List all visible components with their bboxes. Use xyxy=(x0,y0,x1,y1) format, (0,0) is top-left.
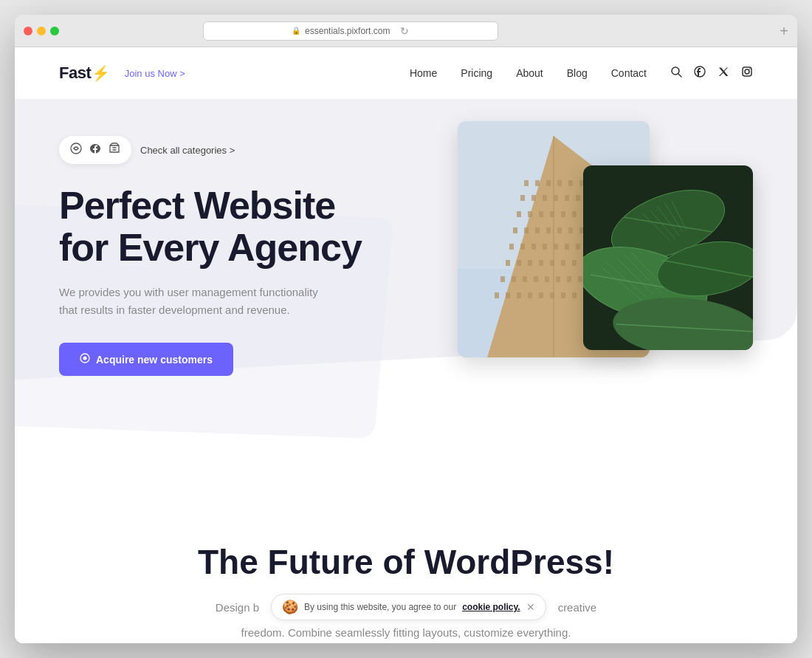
svg-rect-38 xyxy=(546,227,551,233)
svg-rect-35 xyxy=(513,227,517,233)
svg-rect-40 xyxy=(568,227,573,233)
cookie-text: By using this website, you agree to our xyxy=(304,602,456,612)
cookie-icon: 🍪 xyxy=(282,599,298,615)
browser-window: 🔒 essentials.pixfort.com ↻ + Fast⚡ Join … xyxy=(15,15,797,643)
svg-rect-50 xyxy=(576,244,580,250)
svg-rect-17 xyxy=(557,180,562,186)
svg-rect-22 xyxy=(543,195,547,201)
cta-icon xyxy=(80,353,90,366)
svg-rect-80 xyxy=(528,292,532,298)
minimize-button[interactable] xyxy=(37,27,46,35)
cookie-policy-link[interactable]: cookie policy. xyxy=(462,602,520,612)
bottom-subtitle-row: Design b 🍪 By using this website, you ag… xyxy=(59,594,753,620)
svg-rect-37 xyxy=(535,227,540,233)
hero-images xyxy=(458,121,753,402)
lock-icon: 🔒 xyxy=(292,27,300,35)
svg-rect-14 xyxy=(524,180,529,186)
svg-rect-47 xyxy=(543,244,547,250)
svg-rect-54 xyxy=(506,260,510,266)
svg-point-6 xyxy=(71,143,81,154)
bottom-section: The Future of WordPress! Design b 🍪 By u… xyxy=(15,513,797,643)
svg-rect-55 xyxy=(517,260,521,266)
svg-rect-46 xyxy=(531,244,536,250)
svg-rect-45 xyxy=(520,244,525,250)
svg-rect-28 xyxy=(528,211,532,217)
svg-point-10 xyxy=(83,357,87,360)
website-content: Fast⚡ Join us Now > Home Pricing About B… xyxy=(15,47,797,643)
hero-left: Check all categories > Perfect Website f… xyxy=(59,121,413,376)
twitter-icon[interactable] xyxy=(718,66,729,80)
svg-rect-25 xyxy=(576,195,580,201)
traffic-lights xyxy=(24,27,59,35)
logo-text: Fast xyxy=(59,64,91,83)
svg-rect-71 xyxy=(567,276,571,282)
svg-line-1 xyxy=(678,74,681,77)
hero-title-line1: Perfect Website xyxy=(59,184,335,227)
svg-point-5 xyxy=(749,69,751,70)
logo-bolt: ⚡ xyxy=(92,64,110,82)
hero-content: Check all categories > Perfect Website f… xyxy=(59,121,753,402)
category-icon-3 xyxy=(108,142,121,158)
svg-rect-32 xyxy=(572,211,577,217)
facebook-icon[interactable] xyxy=(694,66,706,80)
leaves-image xyxy=(583,165,753,350)
svg-rect-83 xyxy=(561,292,565,298)
svg-rect-66 xyxy=(512,276,516,282)
nav-contact[interactable]: Contact xyxy=(611,67,647,79)
nav-pricing[interactable]: Pricing xyxy=(461,67,492,79)
instagram-icon[interactable] xyxy=(741,66,753,80)
nav-icons xyxy=(670,66,753,80)
svg-rect-72 xyxy=(578,276,582,282)
svg-rect-24 xyxy=(565,195,569,201)
svg-rect-56 xyxy=(528,260,532,266)
svg-rect-31 xyxy=(561,211,565,217)
svg-rect-67 xyxy=(523,276,527,282)
svg-rect-57 xyxy=(539,260,543,266)
cookie-close-button[interactable]: ✕ xyxy=(526,601,535,613)
svg-rect-77 xyxy=(495,292,499,298)
categories-row: Check all categories > xyxy=(59,136,413,164)
refresh-icon[interactable]: ↻ xyxy=(400,25,409,37)
svg-point-4 xyxy=(745,69,749,74)
cta-button[interactable]: Acquire new customers xyxy=(59,343,233,376)
logo[interactable]: Fast⚡ xyxy=(59,64,110,83)
browser-toolbar: 🔒 essentials.pixfort.com ↻ + xyxy=(15,15,797,47)
category-icons-group xyxy=(59,136,131,164)
nav-about[interactable]: About xyxy=(516,67,543,79)
cta-label: Acquire new customers xyxy=(96,354,213,366)
design-by-text: Design b xyxy=(216,601,259,614)
nav-blog[interactable]: Blog xyxy=(567,67,588,79)
svg-rect-36 xyxy=(524,227,529,233)
svg-rect-20 xyxy=(520,195,525,201)
category-icon-1 xyxy=(69,142,83,158)
category-icon-2 xyxy=(89,142,102,158)
svg-rect-29 xyxy=(539,211,543,217)
hero-subtitle: We provides you with user management fun… xyxy=(59,284,325,319)
address-bar[interactable]: 🔒 essentials.pixfort.com ↻ xyxy=(203,21,498,41)
close-button[interactable] xyxy=(24,27,32,35)
svg-rect-15 xyxy=(535,180,540,186)
svg-rect-81 xyxy=(539,292,543,298)
svg-rect-60 xyxy=(572,260,577,266)
new-tab-button[interactable]: + xyxy=(780,24,788,38)
svg-rect-18 xyxy=(568,180,573,186)
search-icon[interactable] xyxy=(670,66,682,80)
join-us-link[interactable]: Join us Now > xyxy=(125,68,185,79)
maximize-button[interactable] xyxy=(50,27,59,35)
navbar: Fast⚡ Join us Now > Home Pricing About B… xyxy=(15,47,797,99)
check-categories-link[interactable]: Check all categories > xyxy=(140,145,235,156)
svg-rect-21 xyxy=(531,195,536,201)
hero-title: Perfect Website for Every Agency xyxy=(59,185,413,269)
svg-rect-27 xyxy=(517,211,521,217)
url-text: essentials.pixfort.com xyxy=(305,26,390,36)
cookie-banner: 🍪 By using this website, you agree to ou… xyxy=(271,594,546,620)
hero-section: Check all categories > Perfect Website f… xyxy=(15,99,797,513)
svg-rect-79 xyxy=(517,292,521,298)
bottom-description: freedom. Combine seamlessly fitting layo… xyxy=(59,626,753,639)
svg-rect-3 xyxy=(743,67,751,76)
svg-rect-68 xyxy=(534,276,538,282)
svg-rect-78 xyxy=(506,292,510,298)
svg-rect-69 xyxy=(545,276,549,282)
nav-home[interactable]: Home xyxy=(410,67,437,79)
svg-rect-39 xyxy=(557,227,562,233)
